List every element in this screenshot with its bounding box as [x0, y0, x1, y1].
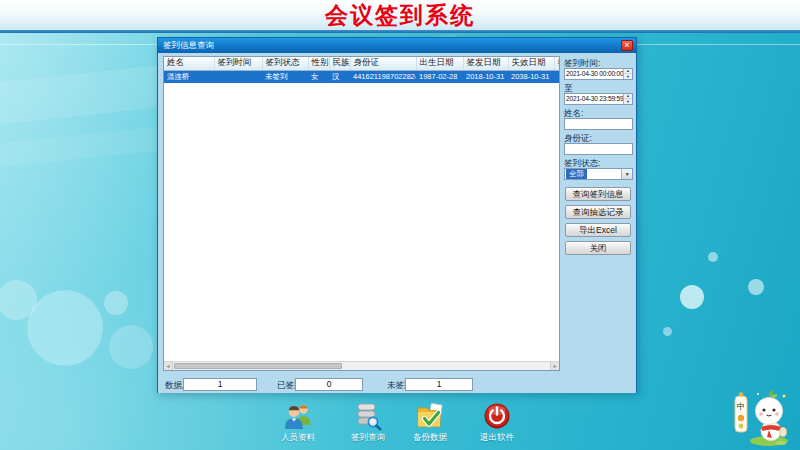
bubble-decoration [748, 279, 764, 295]
table-cell: 女 [308, 70, 329, 83]
time-to-value: 2021-04-30 23:59:59 [566, 95, 623, 102]
id-input[interactable] [564, 143, 633, 155]
table-hscrollbar[interactable]: ◄ ► [164, 361, 559, 370]
spinner-arrows: ▲ ▼ [623, 68, 632, 80]
column-header[interactable]: 失效日期 [508, 57, 554, 70]
mascot-banner-text: 中 [737, 401, 746, 411]
spin-down-icon[interactable]: ▼ [624, 99, 632, 105]
query-signin-info-button[interactable]: 查询签到信息 [565, 187, 631, 201]
close-window-button[interactable]: 关闭 [565, 241, 631, 255]
name-input[interactable] [564, 118, 633, 130]
query-window: 签到信息查询 × 姓名 签到时间 签到状态 性别 民族 身份证 出生日期 [157, 37, 637, 393]
column-header[interactable]: 出生日期 [416, 57, 463, 70]
bubble-decoration [27, 290, 103, 366]
bubble-decoration [708, 252, 718, 262]
window-titlebar[interactable]: 签到信息查询 × [158, 38, 636, 53]
export-excel-button[interactable]: 导出Excel [565, 223, 631, 237]
bubble-decoration [104, 291, 128, 315]
hscroll-thumb[interactable] [174, 363, 342, 369]
column-header[interactable]: 身份证 [350, 57, 416, 70]
backup-data-icon [415, 401, 445, 431]
column-header[interactable]: 签发日期 [463, 57, 508, 70]
time-from-value: 2021-04-30 00:00:00 [566, 70, 623, 77]
unsigned-count-value: 1 [405, 378, 473, 391]
time-to-spinner[interactable]: 2021-04-30 23:59:59 ▲ ▼ [564, 93, 633, 105]
spin-down-icon[interactable]: ▼ [624, 74, 632, 80]
users-icon [283, 401, 313, 431]
header-divider [0, 30, 800, 33]
status-selected-value: 全部 [566, 169, 587, 179]
total-count-value: 1 [183, 378, 257, 391]
window-body: 姓名 签到时间 签到状态 性别 民族 身份证 出生日期 签发日期 失效日期 签发… [158, 53, 636, 393]
bubble-decoration [663, 327, 672, 336]
scroll-right-icon[interactable]: ► [550, 362, 559, 370]
query-draw-records-button[interactable]: 查询抽选记录 [565, 205, 631, 219]
column-header[interactable]: 性别 [308, 57, 329, 70]
table-row[interactable]: 温连桥 未签到 女 汉 441621198702282481 1987-02-2… [164, 70, 560, 83]
page-title: 会议签到系统 [325, 0, 475, 31]
table-header-row: 姓名 签到时间 签到状态 性别 民族 身份证 出生日期 签发日期 失效日期 签发… [164, 57, 560, 70]
table-cell: 441621198702282481 [350, 70, 416, 83]
signed-count-value: 0 [295, 378, 363, 391]
database-search-icon [353, 401, 383, 431]
column-header[interactable]: 民族 [329, 57, 350, 70]
toolbar-item-label: 签到查询 [336, 432, 400, 444]
table-cell: 2038-10-31 [508, 70, 554, 83]
mascot-icon: 中 [731, 382, 795, 448]
table-cell: 1987-02-28 [416, 70, 463, 83]
toolbar-item-exit[interactable]: 退出软件 [465, 401, 529, 447]
stats-bar: 数据总数: 1 已签到: 0 未签到: 1 [158, 376, 636, 393]
toolbar-item-personnel[interactable]: 人员资料 [266, 401, 330, 447]
bubble-decoration [109, 325, 153, 369]
screen: 会议签到系统 签到信息查询 × 姓名 [0, 0, 800, 450]
status-dropdown[interactable]: 全部 ▼ [564, 168, 633, 180]
column-header[interactable]: 签到时间 [214, 57, 262, 70]
mascot[interactable]: 中 [731, 382, 795, 448]
column-header[interactable]: 签到状态 [262, 57, 308, 70]
spinner-arrows: ▲ ▼ [623, 93, 632, 105]
toolbar-item-signin-query[interactable]: 签到查询 [336, 401, 400, 447]
table-cell [214, 70, 262, 83]
column-header[interactable]: 签发机关 [554, 57, 560, 70]
toolbar-item-label: 备份数据 [398, 432, 462, 444]
table-cell: 汉 [329, 70, 350, 83]
signin-table: 姓名 签到时间 签到状态 性别 民族 身份证 出生日期 签发日期 失效日期 签发… [163, 56, 560, 371]
toolbar-item-label: 退出软件 [465, 432, 529, 444]
toolbar-item-label: 人员资料 [266, 432, 330, 444]
app-header: 会议签到系统 [0, 0, 800, 30]
table-cell [554, 70, 560, 83]
window-title: 签到信息查询 [163, 40, 214, 50]
filter-panel: 签到时间: 2021-04-30 00:00:00 ▲ ▼ 至 2021-04-… [563, 54, 634, 370]
chevron-down-icon[interactable]: ▼ [621, 168, 632, 180]
toolbar-item-backup[interactable]: 备份数据 [398, 401, 462, 447]
scroll-left-icon[interactable]: ◄ [164, 362, 173, 370]
bubble-decoration [680, 285, 704, 309]
column-header[interactable]: 姓名 [164, 57, 214, 70]
close-icon[interactable]: × [621, 40, 633, 51]
power-icon [482, 401, 512, 431]
table-cell: 温连桥 [164, 70, 214, 83]
time-from-spinner[interactable]: 2021-04-30 00:00:00 ▲ ▼ [564, 68, 633, 80]
table-cell: 未签到 [262, 70, 308, 83]
table-cell: 2018-10-31 [463, 70, 508, 83]
